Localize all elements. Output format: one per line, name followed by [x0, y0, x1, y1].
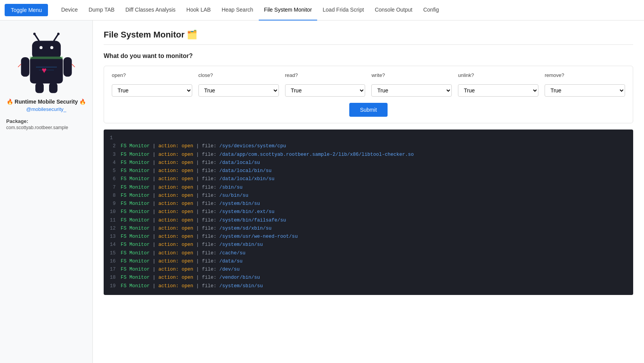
form-select-read[interactable]: TrueFalse — [285, 84, 366, 97]
nav-tabs: DeviceDump TABDiff Classes AnalysisHook … — [56, 0, 444, 20]
line-number: 2 — [110, 142, 121, 150]
form-select-field-read: TrueFalse — [285, 84, 366, 97]
form-select-field-close: TrueFalse — [198, 84, 279, 97]
terminal-line: 15 FS Monitor | action: open | file: /ca… — [110, 249, 627, 257]
action-key: action: — [159, 249, 182, 257]
action-value: open — [182, 151, 193, 159]
action-value: open — [182, 249, 193, 257]
line-number: 17 — [110, 266, 121, 274]
submit-button[interactable]: Submit — [349, 103, 388, 117]
form-label-close: close? — [198, 72, 279, 78]
form-field-unlink: unlink? — [458, 72, 538, 78]
action-value: open — [182, 175, 193, 183]
pipe-separator: | — [150, 175, 159, 183]
action-key: action: — [159, 175, 182, 183]
monitor-form: open?close?read?write?unlink?remove? Tru… — [104, 66, 633, 123]
terminal-line: 9 FS Monitor | action: open | file: /sys… — [110, 200, 627, 208]
nav-tab-hook-lab[interactable]: Hook LAB — [181, 0, 216, 20]
monitor-question: What do you want to monitor? — [104, 53, 633, 60]
line-number: 9 — [110, 200, 121, 208]
toggle-menu-button[interactable]: Toggle Menu — [5, 4, 48, 16]
pipe-separator: | — [193, 184, 202, 192]
app-name: 🔥 Runtime Mobile Security 🔥 — [7, 99, 86, 105]
form-select-write[interactable]: TrueFalse — [371, 84, 452, 97]
form-select-unlink[interactable]: TrueFalse — [458, 84, 538, 97]
svg-rect-1 — [32, 41, 60, 59]
svg-point-3 — [33, 33, 36, 35]
action-key: action: — [159, 233, 182, 241]
pipe-separator: | — [150, 233, 159, 241]
pipe-separator: | — [193, 208, 202, 216]
pipe-separator: | — [150, 241, 159, 249]
fs-monitor-tag: FS Monitor — [121, 142, 150, 150]
form-field-write: write? — [371, 72, 452, 78]
line-number: 19 — [110, 282, 121, 290]
pipe-separator: | — [150, 200, 159, 208]
sidebar: ♥ 🔥 Runtime Mobile Security 🔥 @mobilesec… — [0, 20, 93, 363]
terminal-line: 8 FS Monitor | action: open | file: /su/… — [110, 192, 627, 200]
line-number: 14 — [110, 241, 121, 249]
nav-tab-config[interactable]: Config — [418, 0, 444, 20]
main-layout: ♥ 🔥 Runtime Mobile Security 🔥 @mobilesec… — [0, 20, 644, 363]
form-select-open[interactable]: TrueFalse — [112, 84, 192, 97]
action-key: action: — [159, 151, 182, 159]
nav-tab-load-frida-script[interactable]: Load Frida Script — [317, 0, 369, 20]
action-value: open — [182, 142, 193, 150]
pipe-separator: | — [150, 159, 159, 167]
line-number: 16 — [110, 257, 121, 266]
action-value: open — [182, 159, 193, 167]
nav-tab-console-output[interactable]: Console Output — [369, 0, 418, 20]
line-number: 1 — [110, 134, 121, 142]
line-number: 15 — [110, 249, 121, 257]
pipe-separator: | — [193, 257, 202, 266]
terminal-line: 6 FS Monitor | action: open | file: /dat… — [110, 175, 627, 183]
fs-monitor-tag: FS Monitor — [121, 282, 150, 290]
nav-tab-file-system-monitor[interactable]: File System Monitor — [259, 0, 318, 20]
pipe-separator: | — [193, 274, 202, 282]
terminal-line: 17 FS Monitor | action: open | file: /de… — [110, 266, 627, 274]
file-key: file: — [202, 208, 219, 216]
svg-line-4 — [54, 35, 58, 41]
content-area: File System Monitor 🗂️ What do you want … — [93, 20, 644, 363]
app-handle: @mobilesecurity_ — [26, 106, 67, 112]
file-path: /data/local/su — [219, 159, 260, 167]
file-key: file: — [202, 200, 219, 208]
line-number: 11 — [110, 216, 121, 225]
file-key: file: — [202, 257, 219, 266]
file-path: /vendor/bin/su — [219, 274, 260, 282]
file-key: file: — [202, 233, 219, 241]
terminal-line: 7 FS Monitor | action: open | file: /sbi… — [110, 184, 627, 192]
terminal-line: 3 FS Monitor | action: open | file: /dat… — [110, 151, 627, 159]
form-select-close[interactable]: TrueFalse — [198, 84, 279, 97]
action-key: action: — [159, 184, 182, 192]
form-label-read: read? — [285, 72, 366, 78]
file-key: file: — [202, 142, 219, 150]
file-path: /system/sd/xbin/su — [219, 225, 272, 233]
file-key: file: — [202, 192, 219, 200]
terminal-line: 18 FS Monitor | action: open | file: /ve… — [110, 274, 627, 282]
nav-tab-heap-search[interactable]: Heap Search — [216, 0, 259, 20]
nav-tab-device[interactable]: Device — [56, 0, 83, 20]
action-key: action: — [159, 225, 182, 233]
pipe-separator: | — [193, 159, 202, 167]
form-select-field-open: TrueFalse — [112, 84, 192, 97]
pipe-separator: | — [150, 216, 159, 225]
line-number: 3 — [110, 151, 121, 159]
nav-tab-dump-tab[interactable]: Dump TAB — [83, 0, 120, 20]
form-select-field-unlink: TrueFalse — [458, 84, 538, 97]
pipe-separator: | — [193, 233, 202, 241]
pipe-separator: | — [193, 216, 202, 225]
nav-tab-diff-classes[interactable]: Diff Classes Analysis — [120, 0, 181, 20]
action-value: open — [182, 266, 193, 274]
fs-monitor-tag: FS Monitor — [121, 233, 150, 241]
form-label-unlink: unlink? — [458, 72, 538, 78]
pipe-separator: | — [150, 282, 159, 290]
form-select-remove[interactable]: TrueFalse — [545, 84, 625, 97]
file-path: /data/su — [219, 257, 243, 266]
pipe-separator: | — [193, 249, 202, 257]
fs-monitor-tag: FS Monitor — [121, 274, 150, 282]
action-key: action: — [159, 241, 182, 249]
file-path: /data/local/xbin/su — [219, 175, 275, 183]
svg-rect-11 — [49, 83, 57, 93]
line-number: 7 — [110, 184, 121, 192]
